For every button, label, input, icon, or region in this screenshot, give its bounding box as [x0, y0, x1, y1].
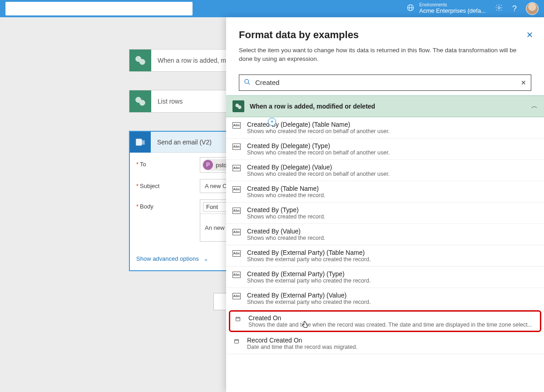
item-title: Created By (Table Name) [247, 185, 538, 192]
panel-title: Format data by examples [239, 29, 531, 41]
group-header[interactable]: When a row is added, modified or deleted… [226, 95, 544, 117]
help-icon[interactable]: ? [512, 4, 517, 14]
item-title: Created By (Delegate) (Type) [247, 142, 538, 149]
globe-icon [406, 4, 415, 14]
panel-item[interactable]: AbcCreated By (External Party) (Table Na… [226, 245, 544, 267]
item-title: Created By (Type) [247, 206, 538, 213]
subject-label: *Subject [136, 179, 200, 189]
item-description: Shows the external party who created the… [247, 299, 538, 305]
text-type-icon: Abc [232, 186, 241, 193]
to-label: *To [136, 157, 200, 168]
item-title: Created By (External Party) (Type) [247, 270, 538, 278]
text-type-icon: Abc [232, 208, 241, 214]
environment-picker[interactable]: Environments Acme Enterprises (defa... [406, 3, 486, 15]
item-description: Shows who created the record. [247, 235, 538, 241]
svg-rect-7 [235, 339, 239, 343]
item-description: Shows who created the record on behalf o… [247, 149, 538, 156]
avatar[interactable] [526, 2, 539, 15]
search-icon [244, 79, 251, 87]
text-type-icon: Abc [232, 144, 241, 150]
dataverse-icon [232, 100, 244, 112]
item-description: Shows who created the record. [247, 213, 538, 220]
listrows-title: List rows [151, 98, 183, 105]
date-type-icon [232, 338, 241, 344]
item-description: Shows who created the record on behalf o… [247, 128, 538, 134]
outlook-icon [130, 132, 151, 153]
item-description: Shows the external party who created the… [247, 256, 538, 263]
panel-item[interactable]: AbcCreated By (Type)Shows who created th… [226, 203, 544, 224]
dataverse-icon [129, 90, 151, 112]
text-type-icon: Abc [232, 122, 241, 129]
item-description: Date and time that the record was migrat… [247, 344, 538, 350]
environment-label: Environments [419, 3, 486, 7]
body-label: *Body [136, 199, 200, 210]
group-title: When a row is added, modified or deleted [250, 103, 526, 110]
panel-item[interactable]: AbcCreated By (External Party) (Type)Sho… [226, 267, 544, 288]
item-title: Created By (External Party) (Table Name) [247, 249, 538, 256]
item-list[interactable]: AbcCreated By (Delegate) (Table Name)Sho… [226, 117, 544, 392]
svg-point-2 [498, 6, 500, 9]
item-title: Created By (Delegate) (Value) [247, 164, 538, 171]
svg-point-5 [245, 79, 249, 84]
item-title: Created By (External Party) (Value) [247, 292, 538, 299]
panel-search[interactable]: ✕ [239, 74, 531, 91]
dataverse-icon [129, 50, 151, 71]
global-search-input[interactable] [5, 2, 193, 15]
item-title: Created By (Value) [247, 228, 538, 235]
panel-item[interactable]: AbcCreated By (Delegate) (Type)Shows who… [226, 139, 544, 160]
item-description: Shows the date and time when the record … [248, 322, 536, 328]
close-icon[interactable]: ✕ [526, 30, 533, 40]
item-description: Shows who created the record. [247, 192, 538, 198]
panel-item[interactable]: AbcCreated By (Table Name)Shows who crea… [226, 181, 544, 203]
svg-rect-4 [140, 140, 145, 144]
app-header: Environments Acme Enterprises (defa... ? [0, 0, 544, 17]
svg-rect-6 [236, 317, 240, 321]
item-title: Created By (Delegate) (Table Name) [247, 121, 538, 128]
text-type-icon: Abc [232, 229, 241, 235]
add-action-button[interactable]: + [268, 118, 276, 126]
email-title: Send an email (V2) [151, 139, 212, 146]
recipient-avatar-icon: P [203, 160, 213, 170]
gear-icon[interactable] [495, 4, 503, 14]
chevron-up-icon[interactable]: ︿ [531, 102, 538, 110]
environment-name: Acme Enterprises (defa... [419, 7, 486, 15]
panel-item[interactable]: Record Created OnDate and time that the … [226, 333, 544, 354]
text-type-icon: Abc [232, 293, 241, 299]
panel-description: Select the item you want to change how i… [239, 46, 531, 64]
clear-search-icon[interactable]: ✕ [521, 79, 526, 86]
text-type-icon: Abc [232, 165, 241, 171]
format-data-panel: Format data by examples ✕ Select the ite… [226, 17, 544, 392]
panel-item[interactable]: AbcCreated By (Delegate) (Value)Shows wh… [226, 160, 544, 181]
panel-item[interactable]: AbcCreated By (External Party) (Value)Sh… [226, 288, 544, 309]
date-type-icon [234, 316, 242, 322]
item-description: Shows the external party who created the… [247, 278, 538, 284]
panel-item[interactable]: AbcCreated By (Value)Shows who created t… [226, 224, 544, 245]
chevron-down-icon: ⌄ [203, 255, 208, 262]
item-description: Shows who created the record on behalf o… [247, 171, 538, 177]
panel-search-input[interactable] [254, 78, 517, 87]
panel-item[interactable]: Created OnShows the date and time when t… [229, 310, 541, 332]
text-type-icon: Abc [232, 250, 241, 257]
item-title: Record Created On [247, 337, 538, 344]
item-title: Created On [248, 314, 536, 322]
text-type-icon: Abc [232, 272, 241, 278]
